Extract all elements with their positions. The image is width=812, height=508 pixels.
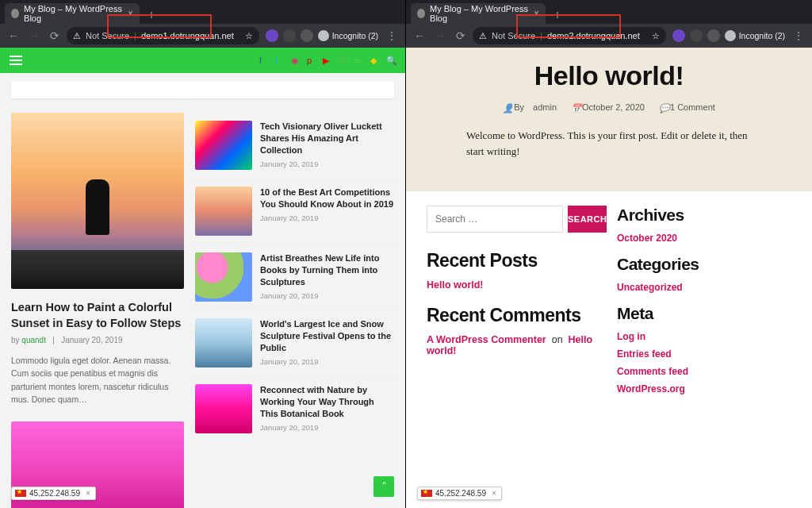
heart-icon[interactable]: ♡ xyxy=(339,56,348,65)
incognito-indicator: Incognito (2) xyxy=(318,30,378,41)
sidebar-post-date: January 20, 2019 xyxy=(260,423,394,432)
post-thumbnail xyxy=(195,252,252,302)
browser-tab[interactable]: My Blog – My WordPress Blog × xyxy=(5,3,140,24)
bookmark-star-icon[interactable]: ☆ xyxy=(245,31,253,41)
twitter-icon[interactable]: t xyxy=(275,56,285,65)
extension-icon[interactable] xyxy=(283,29,296,42)
ip-badge[interactable]: 45.252.248.59 × xyxy=(11,487,96,500)
featured-post-title[interactable]: Learn How to Paint a Colorful Sunset in … xyxy=(11,300,184,331)
meta-link[interactable]: Comments feed xyxy=(617,366,791,377)
widget-heading: Recent Posts xyxy=(427,250,601,271)
url-text: demo2.dotrungquan.net xyxy=(547,31,640,40)
favicon xyxy=(11,9,19,18)
browser-menu-button[interactable]: ⋮ xyxy=(790,29,807,42)
new-tab-button[interactable]: + xyxy=(549,6,566,24)
comment-icon: 💬 xyxy=(659,103,667,111)
meta-link[interactable]: Log in xyxy=(617,331,791,342)
recent-comment: A WordPress Commenter on Hello world! xyxy=(427,334,601,356)
flag-icon xyxy=(15,490,26,497)
close-icon[interactable]: × xyxy=(492,489,496,498)
sidebar-post-item[interactable]: Artist Breathes New Life into Books by T… xyxy=(195,244,394,310)
incognito-indicator: Incognito (2) xyxy=(725,30,785,41)
calendar-icon: 📅 xyxy=(571,103,579,111)
close-tab-icon[interactable]: × xyxy=(534,8,539,19)
ticker-bar xyxy=(11,81,394,98)
sidebar-post-title: Reconnect with Nature by Working Your Wa… xyxy=(260,384,394,420)
bookmark-star-icon[interactable]: ☆ xyxy=(652,31,660,41)
forward-button[interactable]: → xyxy=(25,27,43,44)
featured-image[interactable] xyxy=(11,113,184,289)
extension-icon[interactable] xyxy=(266,29,278,42)
widget-heading: Meta xyxy=(617,304,791,323)
ip-badge[interactable]: 45.252.248.59 × xyxy=(417,487,502,500)
tab-title: My Blog – My WordPress Blog xyxy=(24,4,123,23)
post-thumbnail xyxy=(195,318,252,368)
reload-button[interactable]: ⟳ xyxy=(46,27,63,44)
category-link[interactable]: Uncategorized xyxy=(617,282,791,293)
search-button[interactable]: SEARCH xyxy=(568,206,607,233)
tab-strip: My Blog – My WordPress Blog × + xyxy=(406,0,812,24)
instagram-icon[interactable]: ◉ xyxy=(291,56,301,65)
close-icon[interactable]: × xyxy=(86,489,90,498)
post-byline: by quandt | January 20, 2019 xyxy=(11,336,184,344)
sidebar-post-title: Artist Breathes New Life into Books by T… xyxy=(260,252,394,288)
author-link[interactable]: quandt xyxy=(21,336,46,344)
close-tab-icon[interactable]: × xyxy=(128,8,133,19)
tab-strip: My Blog – My WordPress Blog × + xyxy=(0,0,405,24)
comment-author-link[interactable]: A WordPress Commenter xyxy=(427,334,546,345)
widget-heading: Archives xyxy=(617,206,791,225)
back-button[interactable]: ← xyxy=(411,27,428,44)
reload-button[interactable]: ⟳ xyxy=(452,27,469,44)
facebook-icon[interactable]: f xyxy=(259,56,269,65)
tab-title: My Blog – My WordPress Blog xyxy=(430,4,529,23)
sidebar-post-date: January 20, 2019 xyxy=(260,214,394,222)
snapchat-icon[interactable]: ◆ xyxy=(370,56,380,65)
incognito-icon xyxy=(318,30,329,41)
meta-link[interactable]: WordPress.org xyxy=(617,383,791,394)
not-secure-label: Not Secure xyxy=(492,31,535,40)
browser-tab[interactable]: My Blog – My WordPress Blog × xyxy=(411,3,546,24)
post-meta: 👤By admin 📅October 2, 2020 💬1 Comment xyxy=(428,102,790,112)
toolbar: ← → ⟳ ⚠ Not Secure | demo2.dotrungquan.n… xyxy=(406,24,812,48)
sidebar-post-date: January 20, 2019 xyxy=(260,291,394,300)
sidebar-post-item[interactable]: World's Largest Ice and Snow Sculpture F… xyxy=(195,310,394,376)
meta-link[interactable]: Entries feed xyxy=(617,348,791,360)
search-icon[interactable]: 🔍 xyxy=(386,56,396,65)
extensions-puzzle-icon[interactable] xyxy=(301,29,313,42)
post-thumbnail xyxy=(195,187,252,236)
incognito-icon xyxy=(725,30,736,41)
scroll-to-top-button[interactable]: ˄ xyxy=(373,476,394,497)
pinterest-icon[interactable]: p xyxy=(307,56,316,65)
sidebar-post-item[interactable]: Reconnect with Nature by Working Your Wa… xyxy=(195,376,394,441)
sidebar-post-item[interactable]: Tech Visionary Oliver Luckett Shares His… xyxy=(195,113,394,179)
recent-post-link[interactable]: Hello world! xyxy=(427,279,601,291)
address-bar[interactable]: ⚠ Not Secure | demo1.dotrungquan.net ☆ xyxy=(67,27,259,44)
extensions-puzzle-icon[interactable] xyxy=(707,29,720,42)
post-date: January 20, 2019 xyxy=(61,336,122,344)
hamburger-menu-icon[interactable] xyxy=(10,56,22,65)
post-title[interactable]: Hello world! xyxy=(428,60,790,91)
forward-button[interactable]: → xyxy=(431,27,449,44)
address-bar[interactable]: ⚠ Not Secure | demo2.dotrungquan.net ☆ xyxy=(473,27,666,44)
post-excerpt: Lommodo ligula eget dolor. Aenean massa.… xyxy=(11,354,184,406)
link-icon[interactable]: ∞ xyxy=(354,56,364,65)
site-header: f t ◉ p ▶ ♡ ∞ ◆ 🔍 xyxy=(0,48,405,73)
sidebar-post-title: 10 of the Best Art Competitions You Shou… xyxy=(260,187,394,210)
youtube-icon[interactable]: ▶ xyxy=(323,56,332,65)
sidebar-post-date: January 20, 2019 xyxy=(260,160,394,168)
post-body: Welcome to WordPress. This is your first… xyxy=(466,128,752,160)
archive-link[interactable]: October 2020 xyxy=(617,233,791,244)
new-tab-button[interactable]: + xyxy=(143,6,160,24)
extension-icon[interactable] xyxy=(672,29,685,42)
extension-icon[interactable] xyxy=(690,29,703,42)
browser-menu-button[interactable]: ⋮ xyxy=(383,29,400,42)
security-warning-icon: ⚠ xyxy=(479,31,487,41)
post-thumbnail xyxy=(195,121,252,170)
back-button[interactable]: ← xyxy=(5,27,22,44)
url-text: demo1.dotrungquan.net xyxy=(141,31,234,40)
author-link[interactable]: admin xyxy=(533,102,557,112)
search-input[interactable] xyxy=(427,206,563,233)
widget-heading: Recent Comments xyxy=(427,305,601,326)
comment-count[interactable]: 1 Comment xyxy=(670,102,715,112)
sidebar-post-item[interactable]: 10 of the Best Art Competitions You Shou… xyxy=(195,179,394,244)
